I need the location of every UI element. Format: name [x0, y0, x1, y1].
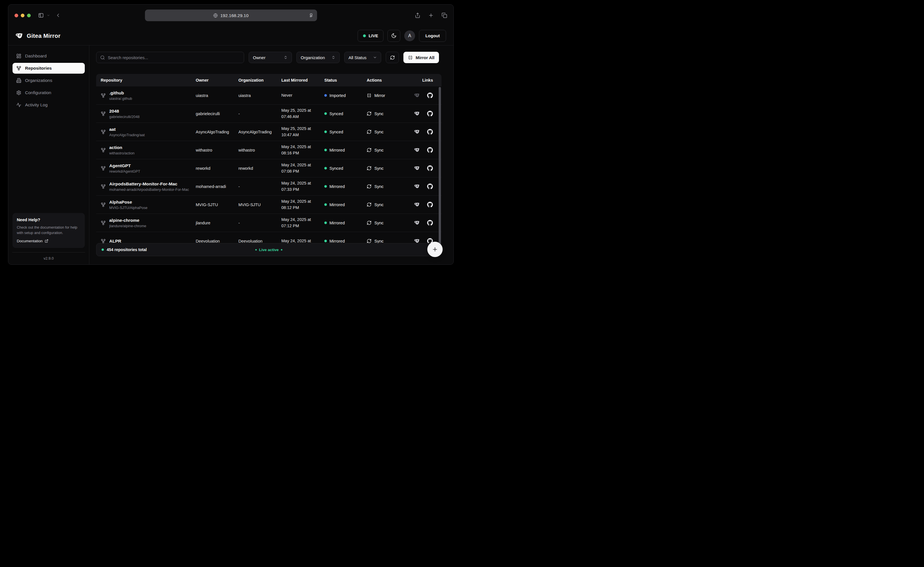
gitea-link-icon[interactable] — [414, 220, 420, 226]
column-status: Status — [324, 78, 367, 82]
sidebar-toggle-icon[interactable] — [38, 12, 44, 18]
gitea-link-icon[interactable] — [414, 147, 420, 153]
gitea-link-icon[interactable] — [414, 129, 420, 135]
last-mirrored-cell: May 24, 2025 at 07:08 PM — [281, 162, 324, 174]
github-link-icon[interactable] — [427, 129, 433, 135]
status-dot — [324, 222, 327, 224]
table-row: AlphaPose MVIG-SJTU/AlphaPose MVIG-SJTU … — [96, 196, 442, 214]
repo-name: alpine-chrome — [109, 218, 146, 223]
reader-icon[interactable] — [308, 13, 314, 18]
help-card: Need Help? Check out the documentation f… — [12, 213, 85, 248]
repo-name: aat — [109, 127, 145, 132]
status-cell: Synced — [324, 130, 367, 134]
share-icon[interactable] — [415, 12, 421, 18]
column-links: Links — [409, 78, 442, 82]
row-action-button[interactable]: Sync — [367, 148, 409, 152]
status-dot — [324, 185, 327, 188]
sidebar-item-dashboard[interactable]: Dashboard — [12, 51, 85, 62]
repo-cell[interactable]: AirpodsBattery-Monitor-For-Mac mohamed-a… — [96, 182, 196, 192]
owner-cell: mohamed-arradi — [196, 184, 238, 189]
gitea-link-icon[interactable] — [414, 165, 420, 171]
repo-fork-icon — [101, 202, 106, 207]
repo-fork-icon — [101, 220, 106, 225]
mirror-all-button[interactable]: Mirror All — [403, 52, 439, 63]
sidebar-item-configuration[interactable]: Configuration — [12, 87, 85, 98]
chevron-down-icon[interactable] — [47, 14, 50, 17]
status-dot — [324, 167, 327, 170]
github-link-icon[interactable] — [427, 111, 433, 117]
activity-log-icon — [16, 102, 21, 108]
github-link-icon[interactable] — [427, 165, 433, 171]
row-action-button[interactable]: Sync — [367, 220, 409, 225]
row-action-button[interactable]: Sync — [367, 202, 409, 207]
refresh-button[interactable] — [386, 52, 399, 63]
live-active-indicator: Live active — [255, 248, 282, 252]
row-action-button[interactable]: Sync — [367, 111, 409, 116]
links-cell — [409, 129, 442, 135]
status-filter-select[interactable]: All Status — [344, 52, 381, 63]
last-mirrored-cell: May 24, 2025 at 08:12 PM — [281, 198, 324, 210]
gitea-link-icon[interactable] — [414, 202, 420, 208]
repo-cell[interactable]: AlphaPose MVIG-SJTU/AlphaPose — [96, 200, 196, 210]
status-cell: Mirrored — [324, 220, 367, 225]
owner-cell: gabrielecirulli — [196, 111, 238, 116]
row-action-button[interactable]: Sync — [367, 129, 409, 134]
owner-filter-select[interactable]: Owner — [249, 52, 292, 63]
owner-cell: MVIG-SJTU — [196, 202, 238, 207]
repo-path: MVIG-SJTU/AlphaPose — [109, 206, 147, 210]
row-action-button[interactable]: Mirror — [367, 93, 409, 98]
close-window-button[interactable] — [15, 14, 18, 17]
zoom-window-button[interactable] — [27, 14, 31, 17]
back-icon[interactable] — [55, 12, 61, 18]
github-link-icon[interactable] — [427, 147, 433, 153]
repo-cell[interactable]: AgentGPT reworkd/AgentGPT — [96, 163, 196, 174]
sidebar-item-organizations[interactable]: Organizations — [12, 75, 85, 86]
sidebar-item-activity-log[interactable]: Activity Log — [12, 99, 85, 110]
documentation-link[interactable]: Documentation — [17, 239, 81, 243]
live-status-button[interactable]: LIVE — [358, 30, 383, 42]
owner-cell: Deevoluation — [196, 239, 238, 243]
new-tab-icon[interactable] — [428, 12, 434, 18]
dashboard-icon — [16, 54, 21, 58]
url-bar[interactable]: 192.168.29.10 — [145, 10, 317, 21]
github-link-icon[interactable] — [427, 220, 433, 226]
repo-cell[interactable]: aat AsyncAlgoTrading/aat — [96, 127, 196, 137]
avatar[interactable]: A — [404, 30, 415, 41]
browser-window: 192.168.29.10 Gitea Mirror LIVE A — [8, 4, 454, 265]
repo-cell[interactable]: action withastro/action — [96, 145, 196, 155]
search-input[interactable] — [108, 55, 240, 60]
row-action-button[interactable]: Sync — [367, 184, 409, 189]
github-link-icon[interactable] — [427, 92, 433, 98]
gitea-link-icon[interactable] — [414, 111, 420, 117]
browser-chrome: 192.168.29.10 — [8, 4, 454, 26]
repo-cell[interactable]: alpine-chrome jlandure/alpine-chrome — [96, 218, 196, 228]
sidebar-item-repositories[interactable]: Repositories — [12, 63, 85, 74]
status-cell: Synced — [324, 166, 367, 171]
status-cell: Imported — [324, 93, 367, 98]
row-action-button[interactable]: Sync — [367, 166, 409, 171]
row-action-button[interactable]: Sync — [367, 238, 409, 243]
column-organization: Organization — [238, 78, 281, 82]
sync-icon — [367, 184, 371, 189]
add-repository-button[interactable] — [427, 242, 443, 257]
gitea-link-icon[interactable] — [414, 92, 420, 98]
repo-cell[interactable]: 2048 gabrielecirulli/2048 — [96, 109, 196, 119]
repo-cell[interactable]: ALPR — [96, 238, 196, 244]
status-cell: Mirrored — [324, 148, 367, 152]
gitea-link-icon[interactable] — [414, 183, 420, 189]
configuration-icon — [16, 90, 21, 95]
help-title: Need Help? — [17, 217, 81, 222]
github-link-icon[interactable] — [427, 183, 433, 189]
table-row: AgentGPT reworkd/AgentGPT reworkd rework… — [96, 159, 442, 177]
minimize-window-button[interactable] — [21, 14, 24, 17]
organization-filter-select[interactable]: Organization — [296, 52, 340, 63]
sync-icon — [367, 238, 371, 243]
table-scrollbar[interactable] — [439, 87, 441, 246]
main-content: Owner Organization All Status Mirror All — [89, 45, 454, 265]
tab-overview-icon[interactable] — [442, 12, 447, 18]
theme-toggle-button[interactable] — [388, 30, 400, 42]
logout-button[interactable]: Logout — [419, 30, 446, 42]
last-mirrored-cell: Never — [281, 92, 324, 98]
github-link-icon[interactable] — [427, 202, 433, 208]
repo-cell[interactable]: .github uiastra/.github — [96, 90, 196, 100]
